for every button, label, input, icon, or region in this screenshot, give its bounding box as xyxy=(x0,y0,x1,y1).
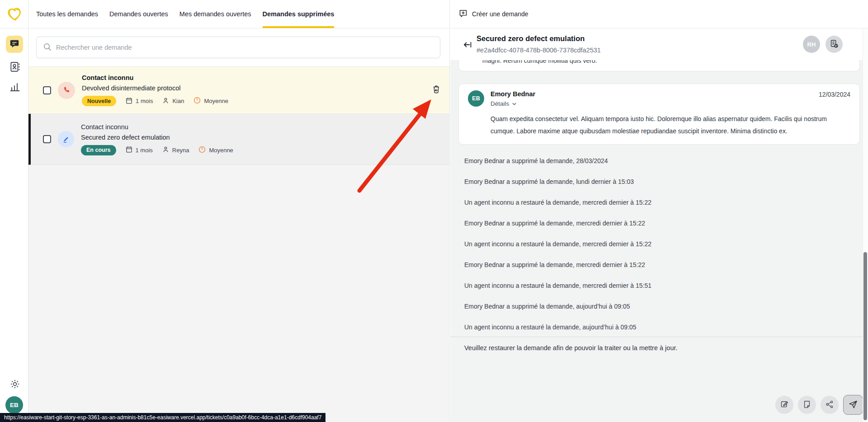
ticket-priority: Moyenne xyxy=(193,96,228,106)
person-icon xyxy=(162,97,170,106)
priority-gauge-icon xyxy=(193,96,201,106)
priority-gauge-icon xyxy=(198,145,206,155)
clipped-message-card: magni. Rerum cumque mollitia quis vero. xyxy=(458,60,860,71)
status-badge: En cours xyxy=(81,145,116,155)
nav-analytics-button[interactable] xyxy=(9,82,20,94)
search-icon xyxy=(43,42,52,53)
ticket-history-button[interactable] xyxy=(826,36,843,53)
trash-restore-icon xyxy=(431,84,441,96)
detail-header: Secured zero defect emulation #e2a4dfcc-… xyxy=(450,28,868,60)
form-channel-icon xyxy=(58,131,74,147)
new-ticket-bubble-icon xyxy=(458,9,468,19)
message-card: EB Emory Bednar 12/03/2024 Détails Quam … xyxy=(458,84,860,145)
ticket-subject: Secured zero defect emulation xyxy=(81,134,233,141)
nav-contacts-button[interactable] xyxy=(9,61,21,74)
nav-tickets-button[interactable] xyxy=(6,36,23,53)
compose-icon xyxy=(780,399,789,410)
send-paper-plane-icon xyxy=(848,399,858,411)
ticket-row-devolved[interactable]: Contact inconnu Devolved disintermediate… xyxy=(28,66,449,114)
create-bar: Créer une demande xyxy=(450,0,868,28)
ticket-contact: Contact inconnu xyxy=(82,74,228,81)
composer-actions xyxy=(775,395,863,415)
ticket-info: Contact inconnu Secured zero defect emul… xyxy=(81,123,233,155)
detail-header-actions: RH xyxy=(803,36,843,53)
search-input[interactable] xyxy=(56,44,434,51)
tab-mes-demandes-ouvertes[interactable]: Mes demandes ouvertes xyxy=(179,0,251,28)
ticket-list-panel: Toutes les demandes Demandes ouvertes Me… xyxy=(28,0,450,422)
tab-demandes-supprimees[interactable]: Demandes supprimées xyxy=(263,0,335,28)
restore-ticket-button[interactable] xyxy=(430,84,442,96)
activity-log-entry: Un agent inconnu a restauré la demande, … xyxy=(464,240,860,248)
share-button[interactable] xyxy=(821,396,839,414)
ticket-list: Contact inconnu Devolved disintermediate… xyxy=(28,66,449,422)
search-row xyxy=(28,28,449,66)
gear-icon xyxy=(9,379,20,391)
activity-log-entry: Emory Bednar a supprimé la demande, 28/0… xyxy=(464,157,860,164)
activity-log-entry: Emory Bednar a supprimé la demande, aujo… xyxy=(464,303,860,310)
ticket-detail-id: #e2a4dfcc-4078-478b-8006-7378cdfa2531 xyxy=(476,47,601,54)
ticket-detail-panel: Créer une demande Secured zero defect em… xyxy=(450,0,868,422)
assignee-avatar[interactable]: RH xyxy=(803,36,820,53)
user-avatar[interactable]: EB xyxy=(5,396,23,414)
message-content: Emory Bednar 12/03/2024 Détails Quam exp… xyxy=(491,90,850,138)
phone-channel-icon xyxy=(58,82,75,99)
contacts-card-icon xyxy=(9,61,21,74)
note-icon xyxy=(802,400,811,410)
message-author-avatar: EB xyxy=(468,90,484,107)
send-button[interactable] xyxy=(843,395,863,415)
ticket-meta: En cours 1 mois xyxy=(81,145,233,155)
message-author-name: Emory Bednar xyxy=(491,90,850,98)
ticket-info: Contact inconnu Devolved disintermediate… xyxy=(82,74,228,106)
message-body: Quam expedita consectetur vel. Aliquam t… xyxy=(491,113,850,137)
ticket-age: 1 mois xyxy=(125,97,153,106)
document-history-icon xyxy=(829,39,839,50)
bar-chart-icon xyxy=(9,82,20,94)
calendar-icon xyxy=(125,97,133,106)
chevron-down-icon xyxy=(512,100,517,107)
ticket-contact: Contact inconnu xyxy=(81,123,233,131)
easiware-heart-logo xyxy=(5,4,24,24)
ticket-checkbox[interactable] xyxy=(43,135,51,143)
arrow-left-icon xyxy=(462,45,473,52)
link-url-statusbar: https://easiware-start-git-story-esp-336… xyxy=(0,413,326,422)
easiware-app: EB Toutes les demandes Demandes ouvertes… xyxy=(0,0,868,422)
search-box[interactable] xyxy=(36,37,440,58)
chat-bubble-icon xyxy=(9,39,19,50)
activity-log-entry: Un agent inconnu a restauré la demande, … xyxy=(464,199,860,206)
clipped-message-text: magni. Rerum cumque mollitia quis vero. xyxy=(482,60,859,64)
ticket-assignee: Reyna xyxy=(162,145,189,155)
ticket-meta: Nouvelle 1 mois xyxy=(82,96,228,106)
message-details-toggle[interactable]: Détails xyxy=(491,100,517,107)
ticket-checkbox[interactable] xyxy=(43,86,51,94)
settings-button[interactable] xyxy=(9,379,20,390)
activity-log-entry: Un agent inconnu a restauré la demande, … xyxy=(464,282,860,289)
activity-log-entry: Emory Bednar a supprimé la demande, merc… xyxy=(464,220,860,227)
scrollbar-thumb[interactable] xyxy=(863,252,867,420)
calendar-icon xyxy=(125,145,133,155)
share-nodes-icon xyxy=(825,400,834,410)
ticket-assignee: Kian xyxy=(162,97,184,106)
ticket-tabs: Toutes les demandes Demandes ouvertes Me… xyxy=(28,0,449,28)
activity-log: Emory Bednar a supprimé la demande, 28/0… xyxy=(464,157,860,331)
ticket-subject: Devolved disintermediate protocol xyxy=(82,84,228,92)
person-icon xyxy=(162,145,170,155)
conversation-scroll-area[interactable]: magni. Rerum cumque mollitia quis vero. … xyxy=(450,60,868,337)
restore-notice-text: Veuillez restaurer la demande afin de po… xyxy=(464,344,678,352)
composer-divider xyxy=(450,337,868,337)
message-date: 12/03/2024 xyxy=(819,91,850,98)
tab-demandes-ouvertes[interactable]: Demandes ouvertes xyxy=(109,0,168,28)
status-badge: Nouvelle xyxy=(82,96,116,106)
create-demande-button[interactable]: Créer une demande xyxy=(458,9,528,19)
add-note-button[interactable] xyxy=(798,396,816,414)
back-to-list-button[interactable] xyxy=(462,39,473,50)
ticket-row-secured[interactable]: Contact inconnu Secured zero defect emul… xyxy=(28,114,449,165)
ticket-priority: Moyenne xyxy=(198,145,233,155)
compose-reply-button[interactable] xyxy=(775,396,793,414)
activity-log-entry: Emory Bednar a supprimé la demande, merc… xyxy=(464,261,860,268)
ticket-age: 1 mois xyxy=(125,145,153,155)
icon-sidebar: EB xyxy=(0,0,28,422)
ticket-detail-title: Secured zero defect emulation xyxy=(476,34,585,43)
activity-log-entry: Emory Bednar a supprimé la demande, lund… xyxy=(464,178,860,185)
activity-log-entry: Un agent inconnu a restauré la demande, … xyxy=(464,324,860,331)
tab-toutes-les-demandes[interactable]: Toutes les demandes xyxy=(36,0,98,28)
